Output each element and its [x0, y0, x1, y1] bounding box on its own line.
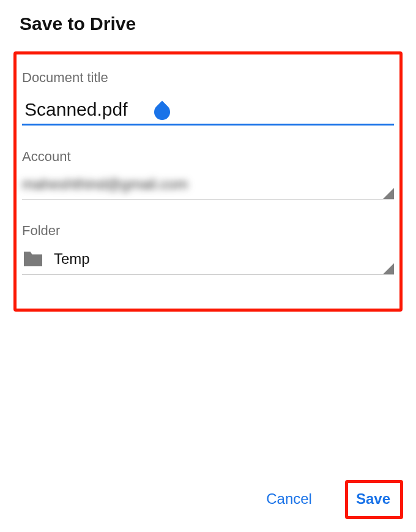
form-area: Document title Account maheshthind@gmail…	[0, 70, 416, 275]
folder-selector[interactable]: Temp	[22, 250, 394, 275]
account-value: maheshthind@gmail.com	[22, 176, 188, 192]
folder-value: Temp	[54, 250, 90, 268]
document-title-input[interactable]	[22, 97, 394, 126]
account-field-group: Account maheshthind@gmail.com	[22, 149, 394, 200]
folder-icon	[22, 250, 44, 268]
dropdown-triangle-icon	[383, 263, 394, 274]
document-title-label: Document title	[22, 70, 394, 86]
account-selector[interactable]: maheshthind@gmail.com	[22, 176, 394, 200]
folder-field-group: Folder Temp	[22, 223, 394, 275]
dropdown-triangle-icon	[383, 188, 394, 199]
save-button[interactable]: Save	[349, 484, 398, 514]
dialog-title: Save to Drive	[0, 0, 416, 45]
document-title-field-group: Document title	[22, 70, 394, 126]
cancel-button[interactable]: Cancel	[259, 484, 319, 514]
account-label: Account	[22, 149, 394, 165]
folder-label: Folder	[22, 223, 394, 239]
dialog-button-row: Cancel Save	[259, 484, 398, 514]
